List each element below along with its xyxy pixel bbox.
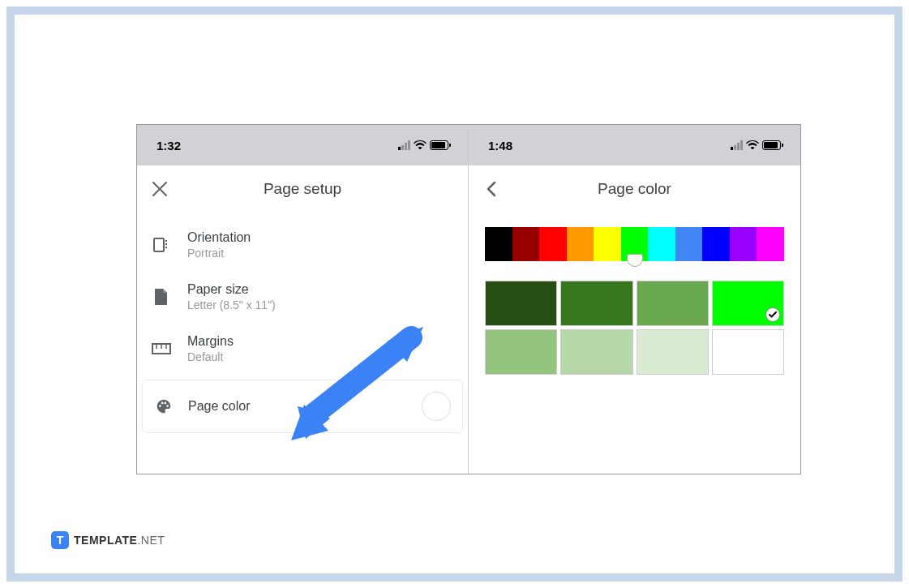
- hue-swatch[interactable]: [757, 227, 784, 261]
- hue-swatch[interactable]: [702, 227, 730, 261]
- status-bar: 1:48: [469, 125, 800, 165]
- wifi-icon: [414, 140, 427, 150]
- header-bar: Page setup: [137, 165, 468, 212]
- shade-row: [485, 281, 784, 326]
- hue-swatch[interactable]: [730, 227, 757, 261]
- margins-title: Margins: [187, 334, 453, 349]
- status-icons: [731, 140, 781, 150]
- watermark-logo: T TEMPLATE.NET: [51, 531, 165, 549]
- header-title: Page setup: [137, 180, 468, 198]
- shade-swatch[interactable]: [485, 281, 557, 326]
- page-setup-panel: 1:32 Page setup: [137, 125, 469, 474]
- shade-swatch[interactable]: [712, 329, 784, 375]
- page-border: 1:32 Page setup: [6, 6, 903, 582]
- svg-rect-0: [154, 238, 164, 251]
- palette-icon: [154, 397, 174, 415]
- status-bar: 1:32: [137, 125, 468, 165]
- status-icons: [398, 140, 448, 150]
- hue-swatch[interactable]: [594, 227, 621, 261]
- check-icon: [765, 307, 780, 322]
- page-color-item[interactable]: Page color: [142, 380, 463, 433]
- page-color-label: Page color: [188, 399, 251, 414]
- wifi-icon: [746, 140, 759, 150]
- battery-icon: [762, 140, 781, 150]
- clock-time: 1:48: [488, 139, 512, 152]
- hue-swatch[interactable]: [567, 227, 594, 261]
- paper-size-item[interactable]: Paper size Letter (8.5" x 11"): [137, 271, 468, 323]
- current-color-swatch: [422, 392, 451, 421]
- color-picker: [469, 212, 800, 474]
- hue-indicator[interactable]: [627, 254, 643, 267]
- hue-swatch[interactable]: [485, 227, 512, 261]
- signal-icon: [398, 140, 410, 150]
- hue-swatch[interactable]: [648, 227, 675, 261]
- margins-value: Default: [187, 350, 453, 363]
- shade-row: [485, 329, 784, 375]
- back-icon[interactable]: [482, 179, 501, 199]
- hue-swatch[interactable]: [512, 227, 540, 261]
- hue-swatch[interactable]: [675, 227, 703, 261]
- shade-swatch[interactable]: [485, 329, 557, 375]
- shade-swatch[interactable]: [560, 281, 632, 326]
- header-bar: Page color: [469, 165, 800, 212]
- close-icon[interactable]: [150, 179, 169, 199]
- shade-grid: [469, 264, 800, 375]
- signal-icon: [731, 140, 743, 150]
- shade-swatch[interactable]: [712, 281, 784, 326]
- shade-swatch[interactable]: [637, 281, 709, 326]
- orientation-title: Orientation: [187, 230, 453, 245]
- page-color-panel: 1:48 Page color: [469, 125, 800, 474]
- screenshot-pair: 1:32 Page setup: [136, 124, 801, 474]
- logo-text: TEMPLATE.NET: [74, 534, 165, 547]
- orientation-value: Portrait: [187, 247, 453, 260]
- paper-icon: [152, 288, 171, 306]
- shade-swatch[interactable]: [560, 329, 632, 375]
- logo-icon: T: [51, 531, 69, 549]
- battery-icon: [430, 140, 448, 150]
- clock-time: 1:32: [157, 139, 181, 152]
- hue-swatch[interactable]: [539, 227, 567, 261]
- paper-size-title: Paper size: [187, 282, 453, 297]
- margins-item[interactable]: Margins Default: [137, 323, 468, 375]
- shade-swatch[interactable]: [637, 329, 709, 375]
- header-title: Page color: [469, 180, 800, 198]
- margins-icon: [152, 343, 171, 354]
- hue-strip[interactable]: [485, 227, 784, 261]
- paper-size-value: Letter (8.5" x 11"): [187, 298, 453, 311]
- orientation-icon: [152, 236, 171, 254]
- settings-list: Orientation Portrait Paper size Letter (…: [137, 212, 468, 474]
- orientation-item[interactable]: Orientation Portrait: [137, 219, 468, 271]
